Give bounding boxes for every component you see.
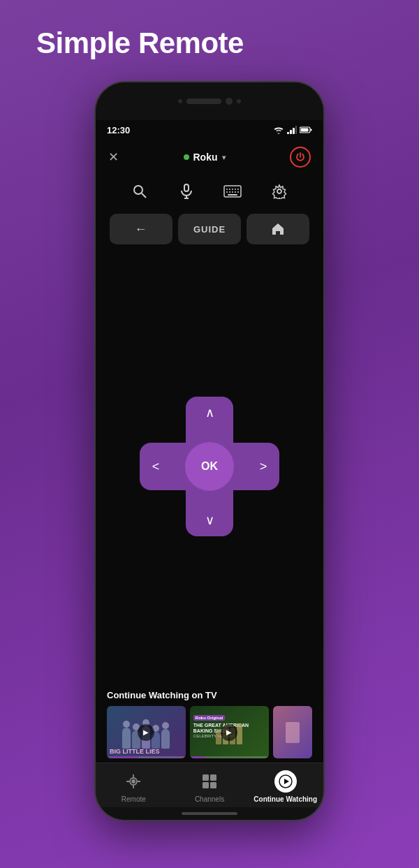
close-button[interactable]: ✕ <box>108 149 119 165</box>
svg-point-7 <box>134 186 142 194</box>
svg-point-24 <box>277 189 281 193</box>
dpad-container: ∧ ∨ < > OK <box>96 250 323 683</box>
app-content: ✕ Roku ▾ <box>96 140 323 763</box>
guide-button[interactable]: GUIDE <box>178 214 241 244</box>
dpad: ∧ ∨ < > OK <box>140 397 279 536</box>
keyboard-button[interactable] <box>220 179 245 204</box>
camera-dot-left <box>178 99 182 103</box>
status-icons <box>273 126 312 134</box>
power-button[interactable] <box>290 147 311 168</box>
thumbnail-third[interactable] <box>273 706 312 758</box>
play-button-2[interactable]: ▶ <box>221 724 237 741</box>
remote-tab[interactable]: Remote <box>96 770 172 803</box>
home-indicator <box>96 807 323 820</box>
svg-rect-32 <box>210 774 216 781</box>
dpad-up-button[interactable]: ∧ <box>196 402 223 423</box>
svg-rect-5 <box>311 129 312 131</box>
dpad-ok-button[interactable]: OK <box>185 442 234 491</box>
chevron-down-icon: ▾ <box>222 154 226 161</box>
page-title: Simple Remote <box>0 27 244 60</box>
mic-button[interactable] <box>174 179 199 204</box>
svg-rect-34 <box>210 782 216 788</box>
continue-watching-tab[interactable]: Continue Watching <box>247 770 323 803</box>
power-icon <box>295 152 305 162</box>
svg-rect-6 <box>301 128 309 132</box>
status-bar: 12:30 <box>96 120 323 140</box>
mic-icon <box>179 184 193 199</box>
camera-area <box>178 98 241 105</box>
channels-tab-icon <box>198 770 221 793</box>
thumbnail-title-1: BIG LITTLE LIES <box>110 749 183 756</box>
thumbnail-big-little-lies[interactable]: BIG LITTLE LIES ▶ <box>107 706 186 758</box>
svg-rect-2 <box>293 128 295 134</box>
wifi-icon <box>273 126 284 134</box>
continue-watching-tab-icon <box>274 770 297 793</box>
settings-button[interactable] <box>267 179 292 204</box>
progress-bar-1 <box>107 756 186 758</box>
phone-shell: 12:30 ✕ <box>94 81 325 821</box>
remote-tab-icon <box>122 770 145 793</box>
svg-point-30 <box>132 780 135 783</box>
svg-rect-33 <box>203 782 209 788</box>
svg-rect-31 <box>203 774 209 781</box>
dpad-right-button[interactable]: > <box>253 453 274 480</box>
svg-rect-3 <box>295 126 297 134</box>
svg-rect-1 <box>290 130 292 134</box>
device-selector[interactable]: Roku ▾ <box>184 152 226 163</box>
home-icon <box>271 222 285 236</box>
connected-indicator <box>184 154 189 160</box>
speaker-grille <box>186 98 221 104</box>
phone-top-bezel <box>96 82 323 120</box>
signal-icon <box>287 126 297 134</box>
svg-rect-9 <box>184 184 189 191</box>
continue-watching-section: Continue Watching on TV BIG LITTLE LIES … <box>96 683 323 763</box>
thumbnail-list: BIG LITTLE LIES ▶ Roku Original THE GREA… <box>107 706 312 758</box>
continue-watching-title: Continue Watching on TV <box>107 690 312 700</box>
channels-tab-label: Channels <box>195 795 224 803</box>
battery-icon <box>300 126 312 133</box>
thumbnail-baking-show[interactable]: Roku Original THE GREAT AMERICAN BAKING … <box>190 706 269 758</box>
svg-rect-0 <box>287 132 289 134</box>
roku-badge: Roku Original <box>193 715 225 721</box>
back-button[interactable]: ← <box>110 214 172 244</box>
camera-lens <box>226 98 233 105</box>
settings-icon <box>272 184 287 199</box>
dpad-down-button[interactable]: ∨ <box>196 510 223 531</box>
search-button[interactable] <box>127 179 152 204</box>
nav-buttons-row: ← GUIDE <box>96 208 323 250</box>
device-name: Roku <box>193 152 218 163</box>
tools-row <box>96 175 323 208</box>
remote-tab-label: Remote <box>122 795 146 803</box>
continue-watching-tab-label: Continue Watching <box>253 795 317 803</box>
channels-tab[interactable]: Channels <box>172 770 248 803</box>
svg-marker-36 <box>284 779 289 784</box>
camera-dot-right <box>237 99 241 103</box>
bottom-navigation: Remote Channels Continue Watching <box>96 763 323 807</box>
search-icon <box>132 184 147 199</box>
keyboard-icon <box>223 185 242 198</box>
home-bar <box>182 812 237 815</box>
progress-bar-2 <box>190 756 269 758</box>
dpad-left-button[interactable]: < <box>145 453 166 480</box>
status-time: 12:30 <box>107 125 130 135</box>
play-button-1[interactable]: ▶ <box>138 724 154 741</box>
svg-line-8 <box>142 193 146 198</box>
header-row: ✕ Roku ▾ <box>96 140 323 175</box>
home-button[interactable] <box>247 214 309 244</box>
